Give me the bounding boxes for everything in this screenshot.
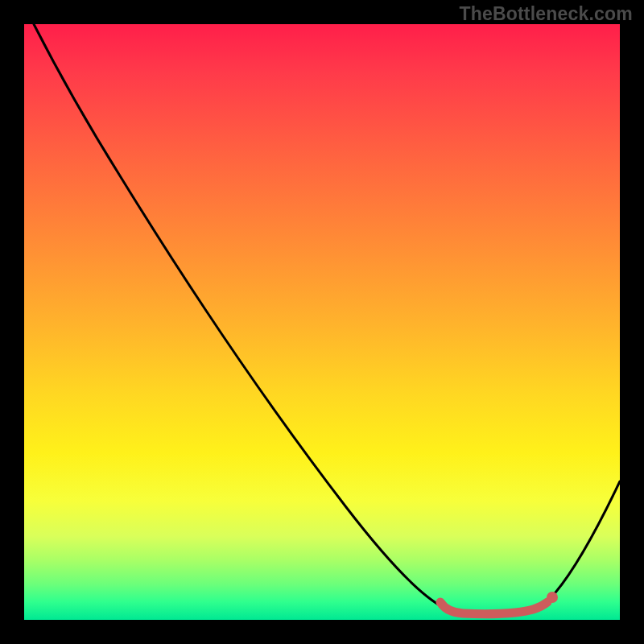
- optimal-range-marker: [440, 602, 547, 614]
- chart-frame: TheBottleneck.com: [0, 0, 644, 644]
- plot-area: [24, 24, 620, 620]
- watermark-text: TheBottleneck.com: [459, 3, 633, 25]
- curve-layer: [24, 24, 620, 620]
- bottleneck-curve: [34, 24, 620, 615]
- optimal-point-dot: [547, 592, 558, 603]
